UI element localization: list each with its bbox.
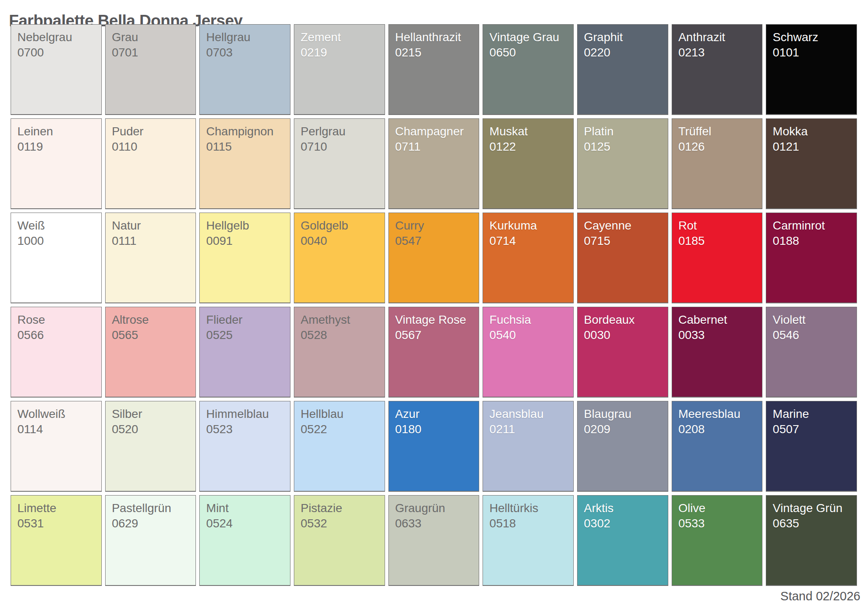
color-swatch: Schwarz0101	[766, 24, 857, 115]
swatch-code: 0507	[773, 422, 852, 437]
swatch-name: Rot	[678, 218, 758, 233]
swatch-code: 0040	[301, 233, 380, 249]
color-swatch: Silber0520	[105, 401, 196, 492]
swatch-name: Weiß	[17, 218, 97, 233]
swatch-code: 0546	[773, 328, 852, 343]
swatch-name: Perlgrau	[301, 124, 380, 139]
swatch-code: 0523	[206, 422, 286, 437]
swatch-code: 0180	[395, 422, 475, 437]
swatch-name: Meeresblau	[678, 406, 758, 422]
color-swatch: Mokka0121	[766, 118, 857, 209]
color-swatch: Perlgrau0710	[294, 118, 385, 209]
swatch-code: 0520	[112, 422, 192, 437]
color-swatch: Helltürkis0518	[483, 495, 574, 586]
swatch-code: 0125	[584, 139, 664, 154]
swatch-name: Rose	[17, 312, 97, 328]
swatch-name: Blaugrau	[584, 406, 664, 422]
color-swatch: Bordeaux0030	[577, 307, 668, 398]
swatch-name: Himmelblau	[206, 406, 286, 422]
color-swatch: Leinen0119	[11, 118, 102, 209]
swatch-name: Graugrün	[395, 501, 475, 516]
swatch-name: Hellgelb	[206, 218, 286, 233]
swatch-name: Vintage Grün	[773, 501, 852, 516]
color-swatch: Natur0111	[105, 213, 196, 303]
color-swatch: Jeansblau0211	[483, 401, 574, 492]
color-swatch: Blaugrau0209	[577, 401, 668, 492]
swatch-name: Carminrot	[773, 218, 852, 233]
color-swatch: Champignon0115	[199, 118, 290, 209]
swatch-name: Goldgelb	[301, 218, 380, 233]
color-swatch: Grau0701	[105, 24, 196, 115]
swatch-name: Curry	[395, 218, 475, 233]
color-palette-grid: Nebelgrau0700Grau0701Hellgrau0703Zement0…	[11, 24, 857, 586]
swatch-name: Helltürkis	[489, 501, 569, 516]
swatch-name: Altrose	[112, 312, 192, 328]
swatch-name: Trüffel	[678, 124, 758, 139]
color-swatch: Platin0125	[577, 118, 668, 209]
color-swatch: Cayenne0715	[577, 213, 668, 303]
swatch-name: Hellanthrazit	[395, 30, 475, 45]
swatch-code: 0091	[206, 233, 286, 249]
swatch-code: 0540	[489, 328, 569, 343]
swatch-name: Cabernet	[678, 312, 758, 328]
color-swatch: Anthrazit0213	[672, 24, 763, 115]
swatch-name: Olive	[678, 501, 758, 516]
swatch-code: 0715	[584, 233, 664, 249]
color-swatch: Champagner0711	[388, 118, 480, 209]
swatch-code: 0302	[584, 516, 664, 531]
color-swatch: Arktis0302	[577, 495, 668, 586]
swatch-code: 0213	[678, 45, 758, 60]
color-swatch: Limette0531	[11, 495, 102, 586]
color-swatch: Cabernet0033	[672, 307, 763, 398]
swatch-name: Mokka	[773, 124, 852, 139]
color-swatch: Carminrot0188	[766, 213, 857, 303]
color-swatch: Graugrün0633	[388, 495, 480, 586]
swatch-code: 0208	[678, 422, 758, 437]
swatch-code: 0219	[301, 45, 380, 60]
swatch-code: 0215	[395, 45, 475, 60]
swatch-code: 0531	[17, 516, 97, 531]
color-swatch: Flieder0525	[199, 307, 290, 398]
color-swatch: Vintage Rose0567	[388, 307, 480, 398]
color-swatch: Marine0507	[766, 401, 857, 492]
color-swatch: Hellgelb0091	[199, 213, 290, 303]
swatch-name: Platin	[584, 124, 664, 139]
color-swatch: Curry0547	[388, 213, 480, 303]
swatch-name: Bordeaux	[584, 312, 664, 328]
swatch-code: 0122	[489, 139, 569, 154]
swatch-name: Violett	[773, 312, 852, 328]
color-swatch: Himmelblau0523	[199, 401, 290, 492]
swatch-code: 0703	[206, 45, 286, 60]
color-swatch: Goldgelb0040	[294, 213, 385, 303]
swatch-code: 0701	[112, 45, 192, 60]
color-swatch: Hellanthrazit0215	[388, 24, 480, 115]
swatch-name: Marine	[773, 406, 852, 422]
color-swatch: Fuchsia0540	[483, 307, 574, 398]
swatch-name: Limette	[17, 501, 97, 516]
swatch-code: 0110	[112, 139, 192, 154]
swatch-code: 0528	[301, 328, 380, 343]
swatch-code: 0567	[395, 328, 475, 343]
swatch-code: 0119	[17, 139, 97, 154]
swatch-name: Champignon	[206, 124, 286, 139]
swatch-name: Arktis	[584, 501, 664, 516]
swatch-code: 0121	[773, 139, 852, 154]
swatch-name: Vintage Grau	[489, 30, 569, 45]
color-swatch: Altrose0565	[105, 307, 196, 398]
swatch-code: 0650	[489, 45, 569, 60]
color-swatch: Muskat0122	[483, 118, 574, 209]
swatch-name: Vintage Rose	[395, 312, 475, 328]
swatch-code: 0633	[395, 516, 475, 531]
swatch-code: 0714	[489, 233, 569, 249]
swatch-code: 0111	[112, 233, 192, 249]
swatch-name: Kurkuma	[489, 218, 569, 233]
swatch-code: 0532	[301, 516, 380, 531]
swatch-code: 0220	[584, 45, 664, 60]
color-swatch: Pastellgrün0629	[105, 495, 196, 586]
color-swatch: Kurkuma0714	[483, 213, 574, 303]
swatch-code: 0211	[489, 422, 569, 437]
swatch-name: Fuchsia	[489, 312, 569, 328]
swatch-code: 0518	[489, 516, 569, 531]
swatch-name: Leinen	[17, 124, 97, 139]
swatch-name: Anthrazit	[678, 30, 758, 45]
